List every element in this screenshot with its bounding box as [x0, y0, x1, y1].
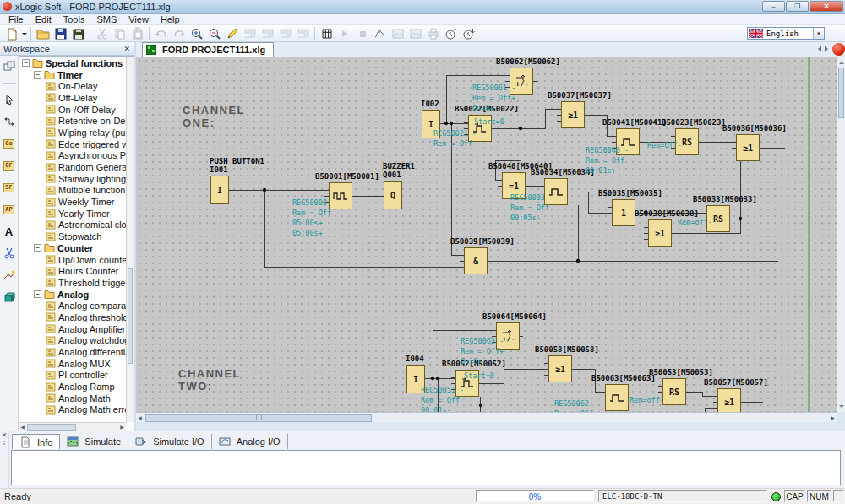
- new-file-icon[interactable]: [3, 26, 20, 41]
- monitor-icon[interactable]: [371, 26, 389, 41]
- text-tool-icon[interactable]: A: [2, 224, 17, 239]
- menu-edit[interactable]: Edit: [30, 14, 57, 24]
- menu-sms[interactable]: SMS: [90, 14, 123, 24]
- tree-item-multiple-function[interactable]: Multiple function: [19, 185, 134, 197]
- open-file-icon[interactable]: [34, 26, 52, 41]
- block-b50038-m50038[interactable]: ≥1: [648, 219, 672, 247]
- general-functions-GF-icon[interactable]: GF: [2, 158, 17, 173]
- block-b50063-m50063[interactable]: [605, 384, 629, 411]
- scroll-right-icon[interactable]: ▶: [118, 423, 126, 431]
- tree-item-analog-amplifier[interactable]: Analog Amplifier: [19, 323, 134, 335]
- tree-item-up-down-counter[interactable]: Up/Down counter: [19, 254, 134, 266]
- block-i001[interactable]: I: [210, 176, 229, 204]
- tree-item-pi-controller[interactable]: PI controller: [19, 370, 134, 382]
- canvas-vertical-scrollbar[interactable]: [837, 57, 845, 412]
- tree-item-astronomical-cloc[interactable]: Astronomical cloc: [19, 219, 134, 231]
- tab-simulate[interactable]: Simulate: [60, 434, 128, 449]
- tree-item-special-functions[interactable]: −Special functions: [19, 57, 134, 69]
- new-file-caret-icon[interactable]: [20, 26, 28, 41]
- output-panel-handle[interactable]: ✕ ⁞: [0, 431, 9, 489]
- scroll-right-icon[interactable]: ▶: [829, 414, 837, 421]
- menu-view[interactable]: View: [123, 14, 155, 24]
- tree-item-threshold-trigger[interactable]: Threshold trigger: [19, 277, 134, 289]
- tree-item-weekly-timer[interactable]: Weekly Timer: [19, 196, 134, 208]
- tree-item-analog-ramp[interactable]: Analog Ramp: [19, 381, 134, 393]
- tree-collapse-icon[interactable]: −: [22, 59, 30, 67]
- connection-tool-icon[interactable]: [2, 114, 17, 129]
- tree-item-analog-math[interactable]: Analog Math: [19, 393, 134, 404]
- maximize-button[interactable]: ❐: [786, 1, 809, 12]
- block-b50039-m50039[interactable]: &: [464, 247, 488, 274]
- block-b50037-m50037[interactable]: ≥1: [561, 101, 585, 128]
- block-b50035-m50035[interactable]: 1: [612, 199, 635, 226]
- zoom-in-icon[interactable]: [188, 26, 205, 41]
- grid-icon[interactable]: [318, 26, 335, 41]
- block-b50053-m50053[interactable]: RS: [662, 378, 686, 405]
- close-button[interactable]: ✕: [810, 1, 843, 12]
- tree-item-edge-triggered-w[interactable]: Edge triggered w: [19, 138, 134, 150]
- info-output-area[interactable]: [11, 450, 841, 485]
- tree-item-random-generato[interactable]: Random Generato: [19, 161, 134, 173]
- hscroll-thumb[interactable]: [145, 414, 372, 422]
- tree-item-analog-differentia[interactable]: Analog differentia: [19, 346, 134, 358]
- select-cursor-icon[interactable]: [2, 92, 17, 107]
- simulation-pen-icon[interactable]: [223, 26, 241, 41]
- block-b50057-m50057[interactable]: ≥1: [717, 388, 741, 412]
- cascade-windows-icon[interactable]: [2, 59, 17, 74]
- tree-item-on-delay[interactable]: On-Delay: [19, 80, 134, 92]
- block-3d-icon[interactable]: [2, 290, 17, 305]
- cut-connection-icon[interactable]: [2, 246, 17, 261]
- language-dropdown-arrow-icon[interactable]: ▼: [813, 28, 824, 39]
- tree-item-analog-math-erro[interactable]: Analog Math erro: [19, 404, 134, 416]
- vscroll-thumb[interactable]: [838, 68, 844, 118]
- special-functions-SF-icon[interactable]: SF: [2, 180, 17, 195]
- tree-collapse-icon[interactable]: −: [34, 71, 41, 79]
- tab-scroll-left-icon[interactable]: [815, 46, 821, 52]
- tree-item-analog-mux[interactable]: Analog MUX: [19, 358, 134, 370]
- menu-help[interactable]: Help: [155, 14, 186, 24]
- scroll-down-icon[interactable]: [839, 405, 844, 410]
- tree-vertical-scrollbar[interactable]: [126, 57, 134, 422]
- block-b50036-m50036[interactable]: ≥1: [736, 134, 760, 161]
- save-icon[interactable]: [52, 26, 69, 41]
- tab-info[interactable]: Info: [12, 434, 60, 449]
- tree-item-wiping-relay-puls[interactable]: Wiping relay (puls: [19, 127, 134, 138]
- menu-file[interactable]: File: [3, 14, 30, 24]
- tree-hscroll-thumb[interactable]: [27, 424, 76, 431]
- analog-AP-icon[interactable]: AP: [2, 202, 17, 217]
- zoom-out-icon[interactable]: [205, 26, 223, 41]
- tree-item-yearly-timer[interactable]: Yearly Timer: [19, 208, 134, 219]
- tree-item-stopwatch[interactable]: Stopwatch: [19, 230, 134, 242]
- tree-item-retentive-on-dela[interactable]: Retentive on-Dela: [19, 115, 134, 127]
- scroll-left-icon[interactable]: ◀: [136, 414, 144, 421]
- tree-collapse-icon[interactable]: −: [34, 290, 41, 298]
- minimize-button[interactable]: –: [762, 1, 785, 12]
- floating-logo-icon[interactable]: [832, 43, 845, 56]
- tree-item-timer[interactable]: −Timer: [19, 69, 134, 81]
- tree-item-analog-watchdog[interactable]: Analog watchdog: [19, 335, 134, 347]
- constants-Co-icon[interactable]: Co: [2, 136, 17, 151]
- tree-item-stairway-lighting[interactable]: Stairway lighting: [19, 173, 134, 185]
- tab-simulate-i-o[interactable]: Simulate I/O: [128, 434, 212, 449]
- workspace-close-icon[interactable]: ✕: [123, 45, 130, 53]
- tree-item-hours-counter[interactable]: Hours Counter: [19, 265, 134, 277]
- tree-item-on-off-delay[interactable]: On-/Off-Delay: [19, 104, 134, 116]
- language-select[interactable]: English ▼: [747, 27, 825, 40]
- tree-item-counter[interactable]: −Counter: [19, 242, 134, 254]
- panel-close-icon[interactable]: ✕: [0, 431, 8, 439]
- tree-item-off-delay[interactable]: Off-Delay: [19, 92, 134, 104]
- tree-item-analog-comparat[interactable]: Analog comparat: [19, 300, 134, 312]
- write-clock-icon[interactable]: [460, 26, 477, 41]
- tree-item-asynchronous-pul[interactable]: Asynchronous Pul: [19, 150, 134, 162]
- menu-tools[interactable]: Tools: [57, 14, 91, 24]
- tab-analog-i-o[interactable]: Analog I/O: [212, 434, 288, 449]
- read-clock-icon[interactable]: [442, 26, 460, 41]
- scroll-up-icon[interactable]: [839, 59, 844, 64]
- tree-horizontal-scrollbar[interactable]: ◀ ▶: [19, 422, 126, 431]
- block-q001[interactable]: Q: [384, 181, 402, 209]
- diagram-canvas[interactable]: +/-B50062[M50062]II002B50022[M50022]≥1B5…: [136, 57, 837, 412]
- tree-item-analog-threshold[interactable]: Analog threshold: [19, 312, 134, 323]
- tree-item-analog[interactable]: −Analog: [19, 289, 134, 301]
- document-tab[interactable]: FORD PROJECT111.xlg: [142, 42, 274, 57]
- block-b50058-m50058[interactable]: ≥1: [548, 355, 572, 382]
